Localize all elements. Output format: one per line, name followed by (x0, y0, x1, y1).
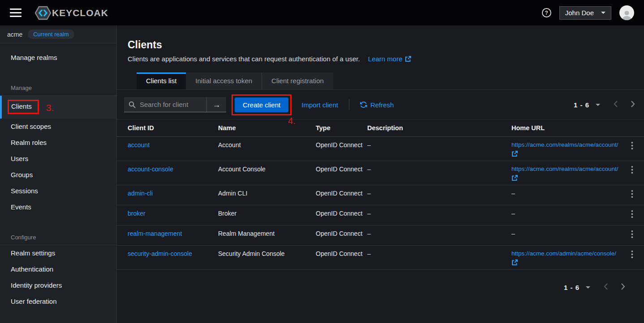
main-content: Clients Clients are applications and ser… (117, 26, 644, 323)
page-description: Clients are applications and services th… (128, 55, 644, 63)
home-url-empty: – (511, 190, 515, 197)
create-client-button[interactable]: Create client (235, 98, 288, 112)
tab-client-registration[interactable]: Client registration (262, 72, 333, 89)
external-link-icon (511, 259, 518, 266)
client-description: – (367, 249, 511, 258)
pagination-next-icon[interactable] (621, 283, 625, 291)
realm-name: acme (7, 31, 22, 38)
sidebar-item-users[interactable]: Users (0, 151, 116, 167)
user-menu-button[interactable]: John Doe (559, 6, 611, 20)
table-header: Client IDNameTypeDescriptionHome URL (117, 119, 644, 137)
pagination-range: 1 - 6 (574, 101, 589, 109)
toolbar: → Create client 4. Import client Refresh… (124, 96, 635, 113)
client-id-link[interactable]: account (128, 141, 150, 149)
annotation-box-create-client: Create client 4. (232, 94, 292, 115)
tab-clients-list[interactable]: Clients list (137, 72, 186, 89)
client-id-link[interactable]: broker (128, 210, 146, 217)
keycloak-admin-console: KEYCLOAK ? John Doe acme Current realm M… (0, 0, 644, 323)
client-name: Account (218, 140, 316, 149)
sidebar-item-manage-realms[interactable]: Manage realms (0, 50, 116, 66)
client-type: OpenID Connect (316, 229, 367, 238)
keycloak-logo-icon (35, 6, 51, 20)
realm-selector[interactable]: acme Current realm (0, 26, 116, 43)
client-id-link[interactable]: security-admin-console (128, 250, 192, 257)
client-id-link[interactable]: admin-cli (128, 190, 153, 197)
client-description: – (367, 165, 511, 174)
client-type: OpenID Connect (316, 249, 367, 258)
column-header-description: Description (367, 124, 511, 132)
table-row-realm-management: realm-managementRealm ManagementOpenID C… (117, 225, 644, 246)
pagination-bottom-row: 1 - 6 (117, 283, 644, 291)
toolbar-divider (349, 99, 349, 110)
sidebar: acme Current realm Manage realms ManageC… (0, 26, 117, 323)
sidebar-item-realm-settings[interactable]: Realm settings (0, 245, 116, 261)
client-name: Account Console (218, 165, 316, 174)
keycloak-logo[interactable]: KEYCLOAK (35, 6, 108, 20)
chevron-down-icon (601, 12, 605, 14)
pagination-prev-icon[interactable] (604, 283, 608, 291)
tab-initial-access-token[interactable]: Initial access token (186, 72, 262, 89)
pagination-dropdown-icon[interactable] (586, 286, 590, 289)
sidebar-item-authentication[interactable]: Authentication (0, 261, 116, 277)
pagination-top: 1 - 6 (574, 101, 635, 109)
sidebar-item-client-scopes[interactable]: Client scopes (0, 119, 116, 135)
column-header-name: Name (218, 124, 316, 132)
client-id-link[interactable]: account-console (128, 166, 173, 173)
user-name: John Doe (565, 9, 594, 17)
import-client-link[interactable]: Import client (301, 101, 338, 109)
sidebar-item-events[interactable]: Events (0, 199, 116, 215)
search-submit-button[interactable]: → (206, 97, 226, 112)
app-header: KEYCLOAK ? John Doe (0, 0, 644, 26)
kebab-menu-icon[interactable] (628, 229, 636, 242)
home-url-empty: – (511, 210, 515, 217)
learn-more-link[interactable]: Learn more (368, 55, 411, 63)
nav-section-label-manage: Manage (0, 85, 116, 95)
sidebar-item-sessions[interactable]: Sessions (0, 183, 116, 199)
home-url-link[interactable]: https://acme.com/realms/acme/account/ (511, 140, 623, 157)
pagination-bottom: 1 - 6 (564, 283, 625, 291)
client-name: Security Admin Console (218, 249, 316, 258)
pagination-dropdown-icon[interactable] (596, 104, 600, 106)
kebab-menu-icon[interactable] (628, 140, 636, 153)
home-url-link[interactable]: https://acme.com/realms/acme/account/ (511, 165, 623, 181)
avatar[interactable] (619, 5, 634, 20)
search-input[interactable] (139, 100, 206, 109)
annotation-step-3: 3. (46, 103, 54, 112)
pagination-next-icon[interactable] (631, 101, 635, 109)
kebab-menu-icon[interactable] (628, 249, 636, 262)
nav-section-label-configure: Configure (0, 234, 116, 245)
client-type: OpenID Connect (316, 140, 367, 149)
sidebar-nav: Manage realms ManageClients3.Client scop… (0, 50, 116, 310)
kebab-menu-icon[interactable] (628, 209, 636, 221)
kebab-menu-icon[interactable] (628, 189, 636, 201)
external-link-icon (511, 175, 518, 181)
pagination-prev-icon[interactable] (614, 101, 618, 109)
header-actions: ? John Doe (542, 5, 634, 20)
table-body: accountAccountOpenID Connect–https://acm… (117, 137, 644, 270)
client-description: – (367, 229, 511, 238)
home-url-link[interactable]: https://acme.com/admin/acme/console/ (511, 249, 623, 266)
sidebar-item-groups[interactable]: Groups (0, 167, 116, 183)
table-row-account: accountAccountOpenID Connect–https://acm… (117, 137, 644, 161)
refresh-link[interactable]: Refresh (360, 101, 394, 109)
current-realm-badge: Current realm (28, 30, 74, 39)
sidebar-item-identity-providers[interactable]: Identity providers (0, 277, 116, 293)
page-description-text: Clients are applications and services th… (128, 55, 360, 63)
client-name: Broker (218, 209, 316, 218)
tab-bar: Clients listInitial access tokenClient r… (117, 72, 644, 90)
refresh-icon (360, 101, 367, 108)
table-row-security-admin-console: security-admin-consoleSecurity Admin Con… (117, 246, 644, 270)
sidebar-item-user-federation[interactable]: User federation (0, 293, 116, 310)
column-header-home-url: Home URL (511, 124, 623, 132)
client-type: OpenID Connect (316, 209, 367, 218)
sidebar-item-clients[interactable]: Clients3. (0, 96, 116, 119)
kebab-menu-icon[interactable] (628, 165, 636, 177)
annotation-box-clients: Clients (8, 100, 39, 114)
sidebar-item-realm-roles[interactable]: Realm roles (0, 135, 116, 151)
menu-toggle-icon[interactable] (10, 6, 21, 19)
column-header-type: Type (316, 124, 367, 132)
table-row-admin-cli: admin-cliAdmin CLIOpenID Connect–– (117, 185, 644, 205)
external-link-icon (405, 56, 411, 62)
client-id-link[interactable]: realm-management (128, 230, 182, 237)
help-icon[interactable]: ? (542, 8, 551, 17)
